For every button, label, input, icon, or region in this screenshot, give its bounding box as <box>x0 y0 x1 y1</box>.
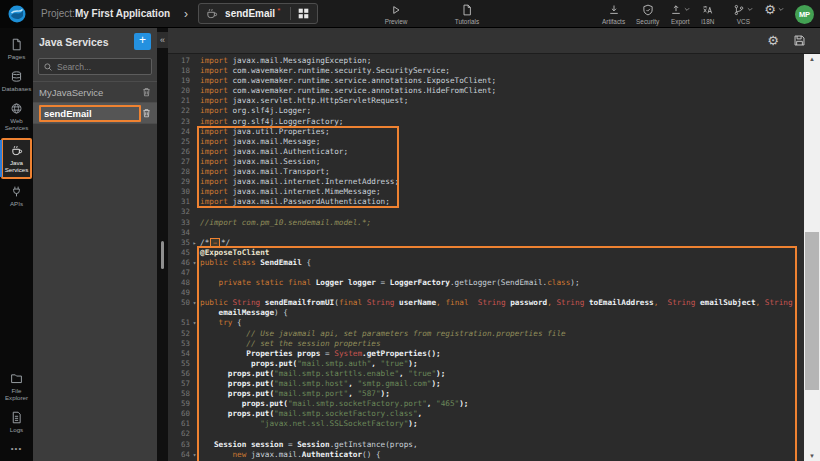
preview-button[interactable]: Preview <box>374 3 418 25</box>
plug-icon <box>10 185 23 198</box>
fold-toggle-icon[interactable]: ▾ <box>190 298 199 308</box>
sidebar-item-java-services[interactable]: Java Services <box>1 138 32 179</box>
fold-gutter <box>190 228 199 238</box>
delete-service-icon[interactable] <box>141 86 152 98</box>
code-line-59[interactable]: 59 props.put("mail.smtp.socketFactory.po… <box>168 399 820 409</box>
sidebar-item-web-services[interactable]: Web Services <box>1 98 32 135</box>
scrollbar-thumb[interactable] <box>805 232 819 390</box>
line-number: 50 <box>168 298 190 308</box>
code-line-34[interactable]: 34 <box>168 228 820 238</box>
code-line-29[interactable]: 29import javax.mail.internet.InternetAdd… <box>168 177 820 187</box>
code-line-21[interactable]: 21import javax.servlet.http.HttpServletR… <box>168 96 820 106</box>
code-line-30[interactable]: 30import javax.mail.internet.MimeMessage… <box>168 187 820 197</box>
sidebar-item-label: Web Services <box>1 117 32 131</box>
scroll-up-arrow[interactable]: ▲ <box>804 55 820 63</box>
fold-gutter <box>190 218 199 228</box>
code-line-18[interactable]: 18import com.wavemaker.runtime.security.… <box>168 66 820 76</box>
code-area[interactable]: 17import javax.mail.MessagingException;1… <box>168 54 820 461</box>
i18n-button[interactable]: i18N <box>701 3 714 25</box>
code-line-35[interactable]: 35▸/*⋯*/ <box>168 238 820 248</box>
line-number: 55 <box>168 359 190 369</box>
code-line-58[interactable]: 58 props.put("mail.smtp.port", "587"); <box>168 389 820 399</box>
editor-settings-gear-icon[interactable]: ⚙ <box>767 34 779 47</box>
code-line-31[interactable]: 31import javax.mail.PasswordAuthenticati… <box>168 197 820 207</box>
collapse-panel-button[interactable]: « <box>157 32 168 48</box>
code-line-61[interactable]: 61 "javax.net.ssl.SSLSocketFactory"); <box>168 419 820 429</box>
delete-service-icon[interactable] <box>141 107 152 119</box>
code-line-32[interactable]: 32 <box>168 207 820 217</box>
chevron-down-icon <box>747 7 753 12</box>
code-line-56[interactable]: 56 props.put("mail.smtp.starttls.enable"… <box>168 369 820 379</box>
line-number: 32 <box>168 207 190 217</box>
vcs-button[interactable]: VCS <box>733 3 753 25</box>
code-line-60[interactable]: 60 props.put("mail.smtp.socketFactory.cl… <box>168 409 820 419</box>
scroll-down-arrow[interactable]: ▼ <box>804 452 820 460</box>
code-line-47[interactable]: 47 <box>168 268 820 278</box>
code-line-53[interactable]: 53 // set the session properties <box>168 339 820 349</box>
code-line-22[interactable]: 22import org.slf4j.Logger; <box>168 106 820 116</box>
code-line-45[interactable]: 45@ExposeToClient <box>168 248 820 258</box>
code-line-52[interactable]: 52 // Use javamail api, set parameters f… <box>168 329 820 339</box>
line-number: 34 <box>168 228 190 238</box>
export-button[interactable]: Export <box>670 3 690 25</box>
sidebar-item-pages[interactable]: Pages <box>1 34 32 64</box>
code-line-51[interactable]: 51▾ try { <box>168 318 820 328</box>
splitter-handle[interactable] <box>161 241 164 269</box>
code-line-55[interactable]: 55 props.put("mail.smtp.auth", "true"); <box>168 359 820 369</box>
save-icon[interactable] <box>793 34 806 47</box>
fold-toggle-icon[interactable]: ▾ <box>190 450 199 460</box>
code-line-19[interactable]: 19import com.wavemaker.runtime.service.a… <box>168 76 820 86</box>
user-avatar[interactable]: MP <box>795 5 814 24</box>
tab-sendemail[interactable]: sendEmail * <box>198 3 318 24</box>
line-number: 61 <box>168 419 190 429</box>
fold-gutter <box>190 127 199 137</box>
code-line-26[interactable]: 26import javax.mail.Authenticator; <box>168 147 820 157</box>
sidebar-item-logs[interactable]: Logs <box>1 407 32 437</box>
project-name[interactable]: My First Application <box>75 8 170 19</box>
settings-button[interactable]: ⚙ <box>764 3 784 25</box>
search-input[interactable] <box>57 62 137 72</box>
code-line-27[interactable]: 27import javax.mail.Session; <box>168 157 820 167</box>
code-line-17[interactable]: 17import javax.mail.MessagingException; <box>168 56 820 66</box>
sidebar-item-apis[interactable]: APIs <box>1 181 32 211</box>
code-text: import javax.mail.Message; <box>199 137 320 147</box>
grid-view-icon[interactable] <box>298 8 309 19</box>
add-service-button[interactable]: + <box>134 33 151 50</box>
code-line-wrap[interactable]: emailMessage) { <box>168 308 820 318</box>
service-item-MyJavaService[interactable]: MyJavaService <box>33 82 157 103</box>
code-text: // set the session properties <box>199 339 381 349</box>
code-line-33[interactable]: 33//import com.pm_10.sendemail.model.*; <box>168 218 820 228</box>
code-line-25[interactable]: 25import javax.mail.Message; <box>168 137 820 147</box>
sidebar-item-databases[interactable]: Databases <box>1 66 32 96</box>
code-line-50[interactable]: 50▾public String sendEmailfromUI(final S… <box>168 298 820 308</box>
code-line-49[interactable]: 49 <box>168 288 820 298</box>
wavemaker-logo[interactable] <box>0 0 33 28</box>
code-line-63[interactable]: 63 Session session = Session.getInstance… <box>168 440 820 450</box>
security-button[interactable]: Security <box>636 3 659 25</box>
code-line-24[interactable]: 24import java.util.Properties; <box>168 127 820 137</box>
sidebar-item-file-explorer[interactable]: File Explorer <box>1 368 32 405</box>
search-box[interactable] <box>38 58 152 75</box>
code-line-28[interactable]: 28import javax.mail.Transport; <box>168 167 820 177</box>
code-line-62[interactable]: 62 <box>168 429 820 439</box>
more-options-button[interactable]: ••• <box>0 438 33 461</box>
vertical-scrollbar[interactable]: ▲ ▼ <box>804 54 820 461</box>
tutorials-button[interactable]: Tutorials <box>444 3 490 25</box>
line-number: 47 <box>168 268 190 278</box>
code-line-48[interactable]: 48 private static final Logger logger = … <box>168 278 820 288</box>
code-line-64[interactable]: 64▾ new javax.mail.Authenticator() { <box>168 450 820 460</box>
code-line-23[interactable]: 23import org.slf4j.LoggerFactory; <box>168 117 820 127</box>
panel-splitter[interactable]: « <box>157 28 168 461</box>
code-line-46[interactable]: 46▾public class SendEmail { <box>168 258 820 268</box>
fold-toggle-icon[interactable]: ▾ <box>190 318 199 328</box>
code-text: private static final Logger logger = Log… <box>199 278 580 288</box>
code-line-57[interactable]: 57 props.put("mail.smtp.host", "smtp.gma… <box>168 379 820 389</box>
fold-toggle-icon[interactable]: ▾ <box>190 258 199 268</box>
artifacts-button[interactable]: Artifacts <box>602 3 625 25</box>
code-line-20[interactable]: 20import com.wavemaker.runtime.service.a… <box>168 86 820 96</box>
fold-gutter <box>190 359 199 369</box>
service-item-sendEmail[interactable]: sendEmail <box>33 103 157 124</box>
fold-toggle-icon[interactable]: ▸ <box>190 238 199 248</box>
code-text: public String sendEmailfromUI(final Stri… <box>199 298 793 308</box>
code-line-54[interactable]: 54 Properties props = System.getProperti… <box>168 349 820 359</box>
